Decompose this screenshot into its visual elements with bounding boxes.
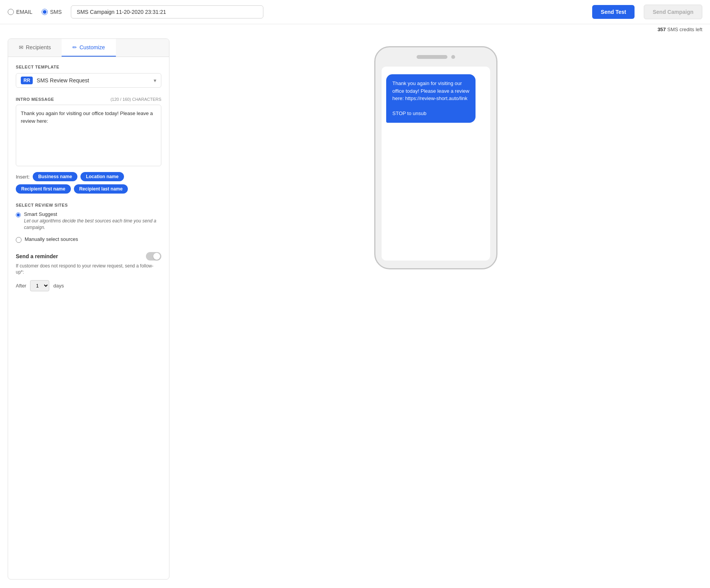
main-layout: ✉ Recipients ✏ Customize SELECT TEMPLATE… (0, 32, 710, 586)
sms-option[interactable]: SMS (42, 9, 62, 15)
tab-recipients-label: Recipients (26, 44, 51, 50)
reminder-description: If customer does not respond to your rev… (16, 263, 161, 276)
insert-recipient-first-name-button[interactable]: Recipient first name (16, 184, 71, 194)
reminder-title: Send a reminder (16, 253, 58, 259)
phone-camera (451, 55, 455, 59)
reminder-toggle[interactable] (146, 252, 161, 261)
days-label: days (53, 283, 64, 289)
insert-recipient-last-name-button[interactable]: Recipient last name (74, 184, 128, 194)
send-campaign-button: Send Campaign (644, 5, 702, 19)
email-radio[interactable] (8, 9, 14, 15)
chevron-down-icon: ▾ (154, 77, 156, 84)
sms-radio[interactable] (42, 9, 48, 15)
phone-top-bar (382, 55, 490, 59)
manual-sources-radio[interactable] (16, 237, 22, 243)
message-textarea[interactable] (16, 105, 161, 166)
smart-suggest-row: Smart Suggest Let our algorithms decide … (16, 211, 161, 231)
email-option[interactable]: EMAIL (8, 9, 32, 15)
credits-row: 357 SMS credits left (0, 24, 710, 32)
left-panel: ✉ Recipients ✏ Customize SELECT TEMPLATE… (8, 38, 169, 580)
manual-sources-label: Manually select sources (25, 236, 78, 242)
credits-count: 357 (658, 27, 666, 32)
smart-suggest-label: Smart Suggest (24, 211, 161, 217)
review-sites-label: SELECT REVIEW SITES (16, 203, 161, 207)
tabs: ✉ Recipients ✏ Customize (8, 39, 169, 57)
template-select[interactable]: RR SMS Review Request ▾ (16, 73, 161, 88)
reminder-section: Send a reminder If customer does not res… (16, 252, 161, 292)
send-test-button[interactable]: Send Test (592, 5, 635, 19)
envelope-icon: ✉ (19, 44, 23, 50)
review-sites-section: SELECT REVIEW SITES Smart Suggest Let ou… (16, 203, 161, 243)
reminder-header: Send a reminder (16, 252, 161, 261)
smart-suggest-desc: Let our algorithms decide the best sourc… (24, 218, 161, 231)
email-label: EMAIL (16, 9, 32, 15)
manual-sources-row: Manually select sources (16, 236, 161, 243)
sms-bubble: Thank you again for visiting our office … (386, 74, 476, 123)
top-bar: EMAIL SMS Send Test Send Campaign (0, 0, 710, 24)
tab-recipients[interactable]: ✉ Recipients (8, 39, 62, 57)
intro-header: INTRO MESSAGE (120 / 160) CHARACTERS (16, 97, 161, 102)
after-label: After (16, 283, 26, 289)
smart-suggest-radio[interactable] (16, 212, 21, 218)
sms-label: SMS (50, 9, 62, 15)
tab-customize-label: Customize (79, 44, 105, 50)
insert-business-name-button[interactable]: Business name (33, 172, 77, 181)
phone-speaker (417, 55, 447, 59)
insert-label: Insert: (16, 174, 30, 180)
credits-label: SMS credits left (667, 27, 702, 32)
right-panel: Thank you again for visiting our office … (169, 38, 702, 580)
insert-row: Insert: Business name Location name Reci… (16, 172, 161, 194)
intro-section-label: INTRO MESSAGE (16, 97, 54, 102)
template-section-label: SELECT TEMPLATE (16, 65, 161, 69)
char-count: (120 / 160) CHARACTERS (111, 97, 161, 102)
days-select[interactable]: 1 2 3 (30, 280, 49, 291)
template-name: SMS Review Request (37, 77, 154, 84)
after-row: After 1 2 3 days (16, 280, 161, 291)
edit-icon: ✏ (72, 44, 77, 50)
phone-mockup: Thank you again for visiting our office … (374, 46, 497, 269)
tab-customize[interactable]: ✏ Customize (62, 39, 116, 57)
template-badge: RR (21, 77, 33, 84)
phone-screen: Thank you again for visiting our office … (382, 67, 490, 261)
panel-content: SELECT TEMPLATE RR SMS Review Request ▾ … (8, 57, 169, 579)
insert-location-name-button[interactable]: Location name (80, 172, 124, 181)
campaign-name-input[interactable] (71, 5, 263, 18)
